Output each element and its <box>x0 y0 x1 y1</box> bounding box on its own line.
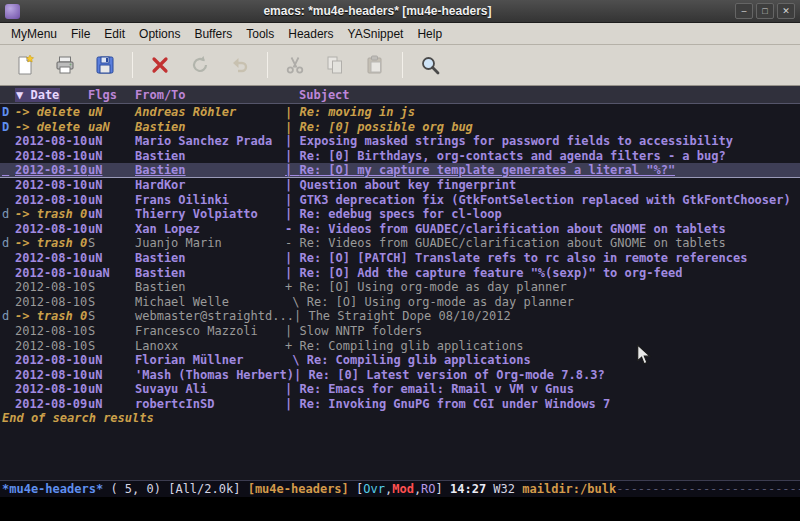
thread-indicator: | <box>294 309 308 324</box>
message-subject: Re: Videos from GUADEC/clarification abo… <box>299 236 725 251</box>
message-date: 2012-08-10 <box>15 339 88 354</box>
message-date: 2012-08-10 <box>15 353 88 368</box>
mark-indicator: D <box>2 120 15 135</box>
message-row[interactable]: 2012-08-10 uaN Bastien | Re: [O] Add the… <box>0 266 800 281</box>
titlebar: emacs: *mu4e-headers* [mu4e-headers] – □… <box>0 0 800 23</box>
toolbar-separator <box>132 52 133 78</box>
message-date: 2012-08-10 <box>15 134 88 149</box>
message-row[interactable]: 2012-08-10 uN Florian Müllner \ Re: Comp… <box>0 353 800 368</box>
mark-indicator <box>2 339 15 354</box>
message-row[interactable]: 2012-08-09 uN robertcInSD | Re: Invoking… <box>0 397 800 412</box>
message-row-current[interactable]: 2012-08-10 uN Bastien | Re: [O] my captu… <box>0 163 800 178</box>
toolbar-search-button[interactable] <box>413 49 447 81</box>
menu-item-help[interactable]: Help <box>410 25 449 43</box>
menu-item-buffers[interactable]: Buffers <box>187 25 239 43</box>
window-title: emacs: *mu4e-headers* [mu4e-headers] <box>26 4 729 18</box>
modeline-segment-plain: ] <box>436 482 450 496</box>
toolbar <box>0 45 800 86</box>
message-row[interactable]: 2012-08-10 uN Bastien | Re: [0] Birthday… <box>0 149 800 164</box>
message-flags: uN <box>88 178 135 193</box>
thread-indicator: | <box>285 397 299 412</box>
minibuffer[interactable] <box>0 497 800 521</box>
message-row[interactable]: 2012-08-10 uN Mario Sanchez Prada | Expo… <box>0 134 800 149</box>
toolbar-paste-button[interactable] <box>358 49 392 81</box>
window-controls: – □ ✕ <box>735 3 795 19</box>
toolbar-save-button[interactable] <box>88 49 122 81</box>
menu-item-mymenu[interactable]: MyMenu <box>4 25 64 43</box>
message-row[interactable]: 2012-08-10 uN Frans Oilinki | GTK3 depre… <box>0 193 800 208</box>
mark-indicator <box>2 353 15 368</box>
message-flags: uN <box>88 193 135 208</box>
column-date[interactable]: ▼ Date <box>15 88 88 102</box>
toolbar-print-button[interactable] <box>48 49 82 81</box>
toolbar-separator <box>402 52 403 78</box>
message-row[interactable]: 2012-08-10 uN HardKor | Question about k… <box>0 178 800 193</box>
message-subject: Re: Emacs for email: Rmail v VM v Gnus <box>299 382 574 397</box>
thread-indicator: | <box>285 134 299 149</box>
message-from: Juanjo Marin <box>135 236 285 251</box>
message-row[interactable]: 2012-08-10 S Lanoxx + Re: Compiling glib… <box>0 339 800 354</box>
thread-indicator: | <box>285 163 299 178</box>
message-from: Andreas Röhler <box>135 105 285 120</box>
toolbar-copy-button[interactable] <box>318 49 352 81</box>
headers-buffer[interactable]: D -> delete uN Andreas Röhler | Re: movi… <box>0 104 800 480</box>
message-flags: uN <box>88 149 135 164</box>
sort-indicator-date[interactable]: ▼ Date <box>15 88 60 102</box>
minimize-button[interactable]: – <box>735 3 753 19</box>
toolbar-cut-button[interactable] <box>278 49 312 81</box>
mark-indicator <box>2 193 15 208</box>
message-row[interactable]: 2012-08-10 S Francesco Mazzoli | Slow NN… <box>0 324 800 339</box>
menu-item-headers[interactable]: Headers <box>281 25 340 43</box>
message-from: Thierry Volpiatto <box>135 207 285 222</box>
message-flags: uN <box>88 134 135 149</box>
message-flags: S <box>88 295 135 310</box>
close-button[interactable]: ✕ <box>777 3 795 19</box>
mark-indicator <box>2 149 15 164</box>
message-from: robertcInSD <box>135 397 285 412</box>
modeline-segment-plain: W32 <box>486 482 522 496</box>
toolbar-close-buffer-button[interactable] <box>143 49 177 81</box>
message-row[interactable]: 2012-08-10 uN Xan Lopez - Re: Videos fro… <box>0 222 800 237</box>
mark-indicator <box>2 382 15 397</box>
modeline-segment-plain: , <box>385 482 392 496</box>
toolbar-refresh-button[interactable] <box>183 49 217 81</box>
message-row[interactable]: 2012-08-10 uN 'Mash (Thomas Herbert) | R… <box>0 368 800 383</box>
toolbar-separator <box>267 52 268 78</box>
maximize-button[interactable]: □ <box>756 3 774 19</box>
message-flags: uN <box>88 105 135 120</box>
toolbar-undo-button[interactable] <box>223 49 257 81</box>
menu-item-file[interactable]: File <box>64 25 97 43</box>
message-subject: Re: [O] Using org-mode as day planner <box>307 295 574 310</box>
message-date: -> trash 0 <box>15 309 88 324</box>
menu-item-yasnippet[interactable]: YASnippet <box>341 25 411 43</box>
toolbar-new-file-button[interactable] <box>8 49 42 81</box>
menu-item-tools[interactable]: Tools <box>239 25 281 43</box>
message-subject: Re: [0] Birthdays, org-contacts and agen… <box>299 149 725 164</box>
message-row[interactable]: 2012-08-10 uN Suvayu Ali | Re: Emacs for… <box>0 382 800 397</box>
column-subject[interactable]: Subject <box>285 88 350 102</box>
message-row[interactable]: D -> delete uN Andreas Röhler | Re: movi… <box>0 105 800 120</box>
message-row[interactable]: d -> trash 0 uN Thierry Volpiatto | Re: … <box>0 207 800 222</box>
rows-container: D -> delete uN Andreas Röhler | Re: movi… <box>0 105 800 411</box>
message-row[interactable]: 2012-08-10 S Michael Welle \ Re: [O] Usi… <box>0 295 800 310</box>
headers-column-row: ▼ Date Flgs From/To Subject <box>0 86 800 104</box>
message-row[interactable]: 2012-08-10 S Bastien + Re: [O] Using org… <box>0 280 800 295</box>
menu-item-options[interactable]: Options <box>132 25 187 43</box>
column-flags[interactable]: Flgs <box>88 88 135 102</box>
thread-indicator: \ <box>285 295 307 310</box>
message-row[interactable]: D -> delete uaN Bastien | Re: [0] possib… <box>0 120 800 135</box>
message-flags: uN <box>88 251 135 266</box>
message-flags: S <box>88 236 135 251</box>
thread-indicator: | <box>285 324 299 339</box>
new-file-icon <box>14 54 36 76</box>
message-flags: uN <box>88 353 135 368</box>
message-row[interactable]: 2012-08-10 uN Bastien | Re: [O] [PATCH] … <box>0 251 800 266</box>
message-row[interactable]: d -> trash 0 S webmaster@straightd... | … <box>0 309 800 324</box>
message-from: Lanoxx <box>135 339 285 354</box>
menubar: MyMenuFileEditOptionsBuffersToolsHeaders… <box>0 23 800 45</box>
column-from[interactable]: From/To <box>135 88 285 102</box>
menu-item-edit[interactable]: Edit <box>97 25 132 43</box>
modeline-segment-plain: [ <box>349 482 363 496</box>
message-row[interactable]: d -> trash 0 S Juanjo Marin - Re: Videos… <box>0 236 800 251</box>
thread-indicator: \ <box>285 353 307 368</box>
